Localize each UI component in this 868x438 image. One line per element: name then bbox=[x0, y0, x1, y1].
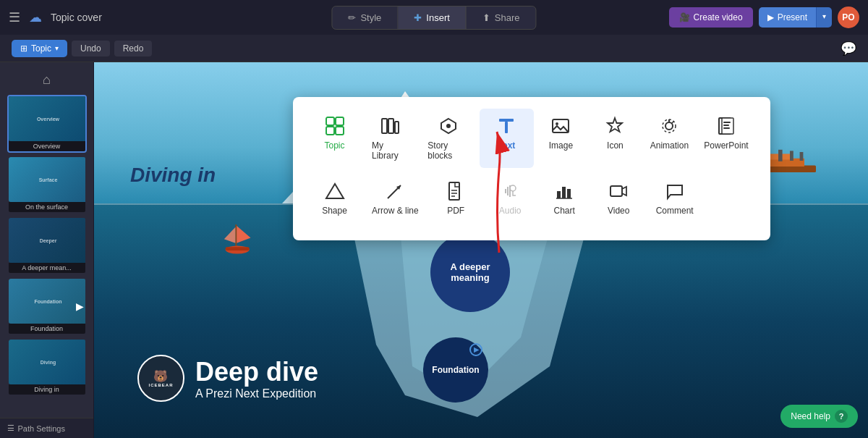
redo-button[interactable]: Redo bbox=[114, 41, 153, 56]
menu-item-library[interactable]: My Library bbox=[362, 109, 417, 168]
topic-menu-icon bbox=[323, 116, 346, 136]
menu-item-pdf[interactable]: PDF bbox=[429, 174, 483, 223]
svg-rect-26 bbox=[395, 122, 399, 133]
play-icon-foundation: ▶ bbox=[469, 343, 482, 356]
menu-item-shape[interactable]: Shape bbox=[307, 174, 362, 223]
svg-rect-52 bbox=[562, 187, 566, 198]
dropdown-row-2: Shape Arrow & line bbox=[307, 174, 756, 223]
arrow-menu-label: Arrow & line bbox=[372, 206, 419, 216]
svg-rect-25 bbox=[388, 119, 393, 133]
menu-item-image[interactable]: Image bbox=[534, 109, 588, 168]
share-icon: ⬆ bbox=[482, 12, 490, 23]
menu-item-powerpoint[interactable]: PowerPoint bbox=[697, 109, 756, 168]
topbar: ☰ ☁ Topic cover ✏ Style ✚ Insert ⬆ Share… bbox=[0, 0, 868, 35]
video-menu-label: Video bbox=[608, 206, 629, 216]
topic-icon: ⊞ bbox=[20, 43, 27, 54]
topic-dropdown-arrow[interactable]: ▾ bbox=[55, 44, 59, 52]
help-label: Need help bbox=[791, 411, 830, 421]
svg-point-32 bbox=[556, 122, 558, 125]
deeper-circle[interactable]: A deeper meaning bbox=[430, 232, 510, 312]
foundation-circle[interactable]: Foundation ▶ bbox=[423, 337, 488, 403]
story-menu-icon bbox=[437, 116, 460, 136]
avatar[interactable]: PO bbox=[838, 7, 859, 28]
svg-rect-42 bbox=[723, 127, 730, 129]
play-icon: ▶ bbox=[767, 12, 774, 22]
menu-item-animation[interactable]: Animation bbox=[642, 109, 697, 168]
present-button[interactable]: ▶ Present bbox=[759, 7, 816, 28]
video-menu-icon bbox=[607, 181, 630, 201]
menu-item-text[interactable]: Text bbox=[480, 109, 534, 168]
home-icon-wrap[interactable]: ⌂ bbox=[0, 68, 93, 92]
document-title: Topic cover bbox=[51, 12, 102, 23]
hamburger-icon[interactable]: ☰ bbox=[9, 9, 20, 25]
help-icon: ? bbox=[835, 410, 848, 423]
svg-rect-29 bbox=[499, 119, 514, 122]
svg-marker-43 bbox=[326, 184, 344, 198]
image-menu-icon bbox=[549, 116, 572, 136]
svg-marker-33 bbox=[608, 118, 622, 132]
style-icon: ✏ bbox=[348, 12, 356, 23]
right-actions: 🎥 Create video ▶ Present ▾ PO bbox=[669, 7, 859, 28]
svg-rect-55 bbox=[610, 186, 622, 196]
canvas-area[interactable]: Diving in On the surface A deeper meanin… bbox=[94, 62, 868, 438]
comment-menu-icon bbox=[663, 181, 686, 201]
icon-menu-label: Icon bbox=[607, 140, 624, 151]
video-camera-icon: 🎥 bbox=[679, 12, 690, 22]
topic-button[interactable]: ⊞ Topic ▾ bbox=[12, 40, 67, 57]
menu-item-comment[interactable]: Comment bbox=[646, 174, 704, 223]
insert-dropdown: Topic My Library bbox=[293, 97, 770, 240]
diving-in-text: Diving in bbox=[130, 164, 216, 187]
chart-menu-label: Chart bbox=[554, 206, 575, 216]
svg-rect-14 bbox=[800, 152, 804, 161]
slide-thumb-overview[interactable]: Overview Overview bbox=[7, 95, 87, 153]
svg-line-37 bbox=[672, 122, 674, 124]
slide-thumb-3[interactable]: 3 Foundation Foundation ▶ bbox=[7, 277, 87, 335]
menu-item-story-blocks[interactable]: Story blocks bbox=[417, 109, 480, 168]
svg-rect-15 bbox=[235, 224, 237, 248]
sailboat-svg bbox=[217, 218, 260, 258]
menu-item-icon[interactable]: Icon bbox=[588, 109, 642, 168]
present-dropdown-arrow[interactable]: ▾ bbox=[816, 7, 832, 28]
comment-menu-label: Comment bbox=[656, 206, 694, 216]
tab-share[interactable]: ⬆ Share bbox=[467, 7, 536, 29]
create-video-button[interactable]: 🎥 Create video bbox=[669, 7, 753, 28]
svg-rect-40 bbox=[723, 122, 731, 123]
logo-circle: 🐻 ICEBEAR bbox=[137, 355, 184, 402]
tab-insert[interactable]: ✚ Insert bbox=[398, 7, 467, 29]
path-settings-icon: ☰ bbox=[7, 424, 14, 433]
path-settings[interactable]: ☰ Path Settings bbox=[0, 418, 94, 438]
svg-point-50 bbox=[510, 185, 516, 191]
menu-item-chart[interactable]: Chart bbox=[537, 174, 592, 223]
main-area: ⌂ Overview Overview 1 Surface On the sur… bbox=[0, 62, 868, 438]
center-tab-group: ✏ Style ✚ Insert ⬆ Share bbox=[331, 6, 536, 30]
animation-menu-label: Animation bbox=[650, 140, 689, 151]
menu-item-arrow[interactable]: Arrow & line bbox=[362, 174, 429, 223]
cloud-icon: ☁ bbox=[29, 9, 42, 25]
home-icon: ⌂ bbox=[43, 72, 51, 88]
main-title: Deep dive A Prezi Next Expedition bbox=[195, 357, 318, 400]
svg-rect-13 bbox=[790, 151, 793, 161]
pdf-menu-icon bbox=[444, 181, 467, 201]
need-help-button[interactable]: Need help ? bbox=[780, 405, 858, 428]
image-menu-label: Image bbox=[549, 140, 573, 151]
menu-item-video[interactable]: Video bbox=[592, 174, 646, 223]
arrow-menu-icon bbox=[383, 181, 407, 201]
slide-thumb-4[interactable]: 4 Diving Diving in bbox=[7, 338, 87, 396]
sidebar: ⌂ Overview Overview 1 Surface On the sur… bbox=[0, 62, 94, 438]
library-menu-icon bbox=[378, 116, 401, 136]
svg-rect-23 bbox=[336, 127, 344, 135]
title-area: 🐻 ICEBEAR Deep dive A Prezi Next Expedit… bbox=[137, 355, 318, 402]
slide-play-icon[interactable]: ▶ bbox=[76, 300, 84, 312]
dropdown-row-1: Topic My Library bbox=[307, 109, 756, 168]
undo-button[interactable]: Undo bbox=[72, 41, 110, 56]
comment-icon[interactable]: 💬 bbox=[841, 41, 856, 56]
svg-marker-16 bbox=[237, 226, 250, 243]
slide-thumb-2[interactable]: 2 Deeper A deeper mean... bbox=[7, 216, 87, 274]
menu-item-topic[interactable]: Topic bbox=[307, 109, 362, 168]
menu-item-audio[interactable]: Audio bbox=[483, 174, 537, 223]
tab-style[interactable]: ✏ Style bbox=[332, 7, 398, 29]
animation-menu-icon bbox=[658, 116, 681, 136]
slide-thumb-1[interactable]: 1 Surface On the surface bbox=[7, 156, 87, 214]
svg-rect-46 bbox=[449, 182, 459, 200]
svg-rect-20 bbox=[326, 117, 334, 125]
